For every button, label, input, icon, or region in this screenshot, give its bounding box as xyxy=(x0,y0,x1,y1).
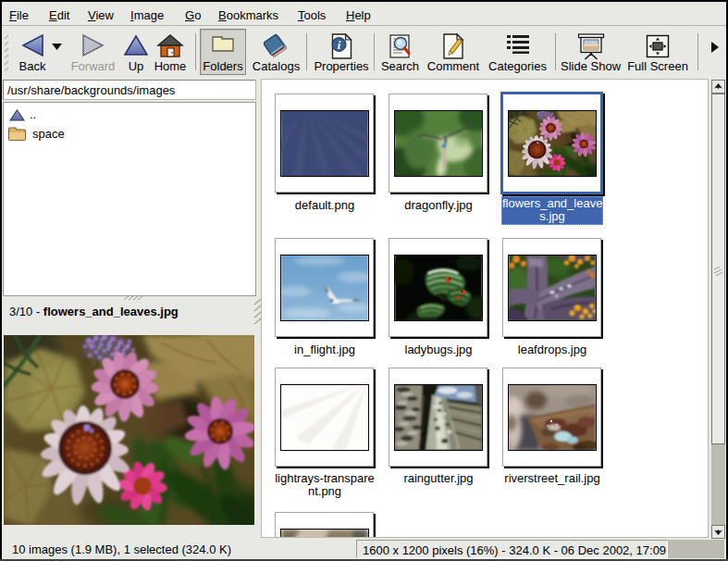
svg-text:i: i xyxy=(338,39,341,52)
